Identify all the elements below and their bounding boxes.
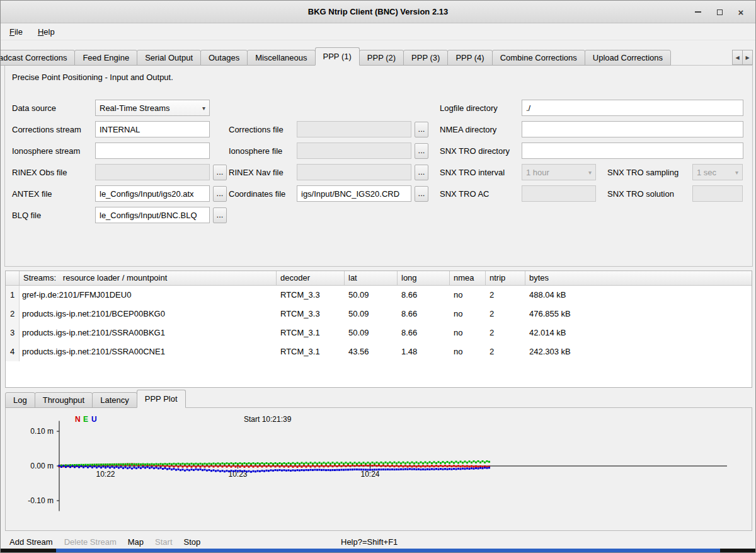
stop-button[interactable]: Stop xyxy=(184,537,201,547)
coordinates-file-input[interactable] xyxy=(297,185,411,202)
cell-nmea: no xyxy=(450,323,486,342)
tab-miscellaneous[interactable]: Miscellaneous xyxy=(247,50,315,66)
minimize-icon[interactable] xyxy=(690,4,706,20)
cell-mountpoint: products.igs-ip.net:2101/SSRA00BKG1 xyxy=(20,323,277,342)
table-row[interactable]: 1gref-ip.de:2101/FFMJ01DEU0RTCM_3.350.09… xyxy=(6,286,752,305)
corrections-stream-label: Corrections stream xyxy=(12,125,81,134)
bottom-edge-strip xyxy=(1,549,755,552)
ppp-plot-panel: 0.10 m0.00 m-0.10 m10:2210:2310:24NEUSta… xyxy=(5,407,752,531)
bottom-tab-latency[interactable]: Latency xyxy=(92,392,137,408)
titlebar[interactable]: BKG Ntrip Client (BNC) Version 2.13 × xyxy=(1,1,755,23)
window-title: BKG Ntrip Client (BNC) Version 2.13 xyxy=(308,7,448,16)
tab-serial-output[interactable]: Serial Output xyxy=(137,50,201,66)
tab-outages[interactable]: Outages xyxy=(200,50,248,66)
cell-long: 1.48 xyxy=(398,342,450,361)
maximize-icon[interactable] xyxy=(711,4,728,20)
header-bytes[interactable]: bytes xyxy=(525,271,752,285)
snx-tro-ac-input xyxy=(522,185,596,202)
streams-table-body: 1gref-ip.de:2101/FFMJ01DEU0RTCM_3.350.09… xyxy=(6,286,752,361)
snx-tro-directory-label: SNX TRO directory xyxy=(440,146,510,156)
cell-lat: 50.09 xyxy=(345,286,398,305)
cell-ntrip: 2 xyxy=(486,342,525,361)
tab-ppp-4[interactable]: PPP (4) xyxy=(447,50,492,66)
coordinates-browse-button[interactable]: ... xyxy=(415,186,428,202)
corrections-stream-input[interactable] xyxy=(95,121,210,137)
menu-help[interactable]: Help xyxy=(37,26,56,38)
data-source-select[interactable]: Real-Time Streams ▾ xyxy=(95,100,210,116)
bottom-tab-ppp-plot[interactable]: PPP Plot xyxy=(137,390,186,408)
corrections-file-label: Corrections file xyxy=(229,125,284,134)
snx-tro-sampling-label: SNX TRO sampling xyxy=(607,168,679,177)
cell-decoder: RTCM_3.1 xyxy=(277,342,345,361)
cell-decoder: RTCM_3.1 xyxy=(277,323,345,342)
row-number: 2 xyxy=(6,305,20,323)
streams-table: Streams: resource loader / mountpoint de… xyxy=(5,271,752,388)
nmea-directory-input[interactable] xyxy=(522,121,743,137)
corner-header-cell xyxy=(6,271,20,285)
menu-file[interactable]: File xyxy=(8,26,24,38)
chevron-down-icon: ▾ xyxy=(588,169,592,176)
antex-file-input[interactable] xyxy=(95,185,210,202)
cell-long: 8.66 xyxy=(398,286,450,305)
map-button[interactable]: Map xyxy=(128,537,144,547)
rinex-obs-file-label: RINEX Obs file xyxy=(12,168,67,177)
table-row[interactable]: 2products.igs-ip.net:2101/BCEP00BKG0RTCM… xyxy=(6,305,752,323)
corrections-file-browse-button[interactable]: ... xyxy=(415,122,428,137)
snx-tro-ac-label: SNX TRO AC xyxy=(440,189,490,199)
main-tabbar: adcast CorrectionsFeed EngineSerial Outp… xyxy=(1,47,729,66)
cell-bytes: 488.04 kB xyxy=(525,286,752,305)
bottom-tab-log[interactable]: Log xyxy=(5,392,35,408)
tab-adcast-corrections[interactable]: adcast Corrections xyxy=(1,50,75,66)
tab-feed-engine[interactable]: Feed Engine xyxy=(74,50,137,66)
blq-browse-button[interactable]: ... xyxy=(213,207,227,223)
header-decoder[interactable]: decoder xyxy=(277,271,345,285)
cell-long: 8.66 xyxy=(398,305,450,323)
tab-scroll-buttons: ◀ ▶ xyxy=(733,50,753,65)
header-lat[interactable]: lat xyxy=(345,271,398,285)
logfile-directory-label: Logfile directory xyxy=(440,103,498,113)
tab-ppp-1[interactable]: PPP (1) xyxy=(315,47,360,66)
tab-combine-corrections[interactable]: Combine Corrections xyxy=(492,50,585,66)
y-tick-label: 0.00 m xyxy=(30,462,54,470)
cell-bytes: 42.014 kB xyxy=(525,323,752,342)
snx-tro-sampling-value: 1 sec xyxy=(697,168,733,177)
cell-long: 8.66 xyxy=(398,323,450,342)
snx-tro-interval-value: 1 hour xyxy=(526,168,586,177)
cell-lat: 50.09 xyxy=(345,323,398,342)
header-mountpoint[interactable]: Streams: resource loader / mountpoint xyxy=(20,271,277,285)
tab-scroll-right-icon[interactable]: ▶ xyxy=(742,50,753,65)
cell-nmea: no xyxy=(450,342,486,361)
header-ntrip[interactable]: ntrip xyxy=(486,271,525,285)
data-source-value: Real-Time Streams xyxy=(100,103,200,113)
window-controls: × xyxy=(690,4,749,20)
rinex-nav-browse-button[interactable]: ... xyxy=(415,165,428,180)
cell-ntrip: 2 xyxy=(486,286,525,305)
table-row[interactable]: 3products.igs-ip.net:2101/SSRA00BKG1RTCM… xyxy=(6,323,752,342)
legend-u: U xyxy=(91,415,97,424)
ionosphere-stream-input[interactable] xyxy=(95,143,210,159)
header-nmea[interactable]: nmea xyxy=(450,271,486,285)
antex-browse-button[interactable]: ... xyxy=(213,186,227,202)
ionosphere-file-browse-button[interactable]: ... xyxy=(415,143,428,159)
ionosphere-stream-label: Ionosphere stream xyxy=(12,146,80,156)
add-stream-button[interactable]: Add Stream xyxy=(9,537,53,547)
cell-mountpoint: products.igs-ip.net:2101/BCEP00BKG0 xyxy=(20,305,277,323)
table-row[interactable]: 4products.igs-ip.net:2101/SSRA00CNE1RTCM… xyxy=(6,342,752,361)
header-long[interactable]: long xyxy=(398,271,450,285)
logfile-directory-input[interactable] xyxy=(522,100,743,116)
x-tick-label: 10:24 xyxy=(360,470,379,479)
ionosphere-file-input xyxy=(297,143,411,159)
close-icon[interactable]: × xyxy=(733,4,749,20)
tab-upload-corrections[interactable]: Upload Corrections xyxy=(585,50,671,66)
cell-lat: 43.56 xyxy=(345,342,398,361)
rinex-obs-browse-button[interactable]: ... xyxy=(213,165,227,180)
tab-ppp-2[interactable]: PPP (2) xyxy=(359,50,404,66)
snx-tro-interval-label: SNX TRO interval xyxy=(440,168,505,177)
blq-file-input[interactable] xyxy=(95,207,210,223)
snx-tro-solution-label: SNX TRO solution xyxy=(607,189,674,199)
bottom-tab-throughput[interactable]: Throughput xyxy=(35,392,93,408)
tab-ppp-3[interactable]: PPP (3) xyxy=(403,50,448,66)
start-button: Start xyxy=(155,537,172,547)
snx-tro-directory-input[interactable] xyxy=(522,143,743,159)
tab-scroll-left-icon[interactable]: ◀ xyxy=(732,50,743,65)
